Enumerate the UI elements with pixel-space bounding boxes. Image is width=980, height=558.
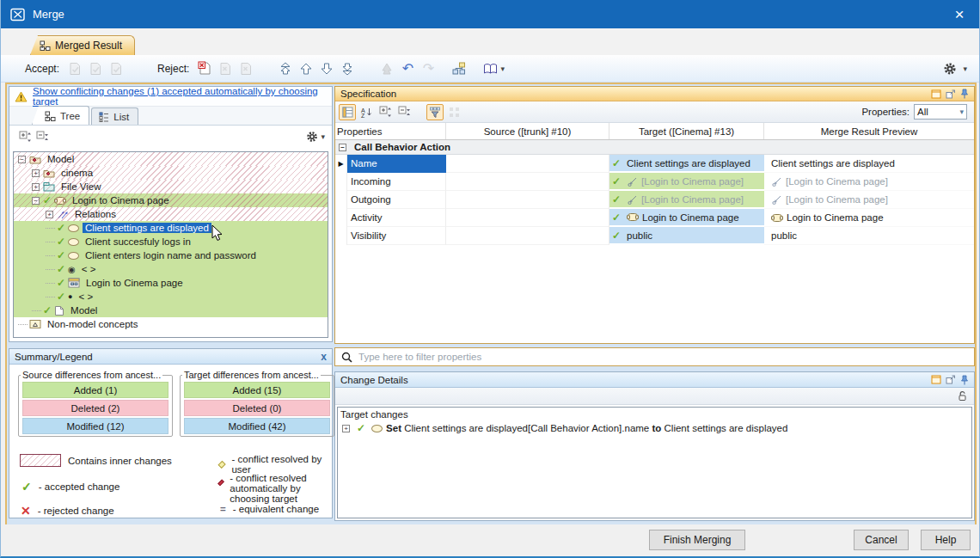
tree-item-label[interactable]: File View [58,181,103,192]
tree-item-label[interactable]: Login to Cinema page [83,278,186,288]
previous-change-button[interactable] [297,59,315,78]
property-name[interactable]: Activity [347,209,446,227]
tree-item-label[interactable]: Relations [72,209,119,219]
collapse-expander-icon[interactable]: − [18,156,26,163]
section-call-behavior-action[interactable]: − Call Behavior Action [335,140,974,155]
property-row[interactable]: Visibility ✓ public public [335,227,974,245]
pin-icon[interactable] [960,375,969,385]
tree-row[interactable]: ✓ ◉ < > [14,262,328,276]
summary-close-icon[interactable]: x [321,351,327,363]
diagram-merge-button[interactable] [450,59,469,78]
merge-options-icon[interactable] [445,104,462,120]
property-row[interactable]: Activity ✓ Login to Cinema page Login to… [335,209,974,227]
property-name[interactable]: Outgoing [347,191,446,209]
target-cell[interactable]: ✓ [Login to Cinema page] [609,191,764,209]
tree-row[interactable]: + Relations [14,207,328,221]
finish-merging-button[interactable]: Finish Merging [649,530,745,550]
tree-row[interactable]: ✓ Login to Cinema page [14,276,328,290]
col-properties[interactable]: Properties [335,123,446,139]
col-target[interactable]: Target ([Cinema] #13) [609,123,764,139]
tree-row[interactable]: ✓ Model [14,304,328,317]
help-button[interactable]: Help [921,530,971,550]
next-change-button[interactable] [317,59,336,78]
categorized-view-icon[interactable] [339,104,356,120]
tree-row[interactable]: Non-model concepts [14,317,328,331]
expand-expander-icon[interactable]: + [342,425,350,432]
target-cell[interactable]: ✓ Login to Cinema page [609,209,764,227]
accept-change-button[interactable] [65,59,84,78]
tree-item-label[interactable]: Client enters login name and password [83,250,259,261]
tree-item-label[interactable]: Model [68,305,100,316]
expand-expander-icon[interactable]: + [32,169,40,177]
preview-cell[interactable]: [Login to Cinema page] [764,173,974,191]
conflict-nav-button[interactable] [377,59,396,78]
tab-list[interactable]: List [91,107,138,125]
filter-properties-input[interactable]: Type here to filter properties [334,347,975,366]
collapse-all-icon[interactable] [395,104,413,120]
tree-item-label[interactable]: cinema [58,168,95,178]
reject-with-children-button[interactable] [216,59,235,78]
expand-all-icon[interactable] [17,129,33,144]
tree-options-dropdown-icon[interactable]: ▾ [321,132,325,141]
preview-cell[interactable]: [Login to Cinema page] [764,191,974,209]
pin-icon[interactable] [960,89,969,99]
report-dropdown-icon[interactable]: ▾ [500,64,505,73]
tree-row[interactable]: + cinema [14,166,328,180]
source-cell[interactable] [446,227,609,245]
tree-row[interactable]: ✓ ● < > [14,290,328,304]
preview-cell[interactable]: Login to Cinema page [764,209,974,227]
tree-row[interactable]: − Model [14,152,328,166]
expand-all-icon[interactable] [377,104,394,120]
tree-row[interactable]: ✓ Client enters login name and password [14,248,328,262]
target-cell[interactable]: ✓ [Login to Cinema page] [609,173,764,191]
preview-cell[interactable]: Client settings are displayed [764,155,974,173]
property-row[interactable]: Outgoing ✓ [Login to Cinema page] [Login… [335,191,974,209]
preview-cell[interactable]: public [764,227,974,245]
settings-dropdown-icon[interactable]: ▾ [963,64,967,73]
target-cell[interactable]: ✓ public [609,227,764,245]
tree-item-label[interactable]: Model [45,154,77,164]
property-row[interactable]: Incoming ✓ [Login to Cinema page] [Login… [335,173,974,191]
filter-icon[interactable] [426,104,444,120]
close-icon[interactable]: × [940,0,979,28]
tree-row-selected[interactable]: ✓ Client settings are displayed [14,221,328,235]
collapse-all-icon[interactable] [34,129,50,144]
source-cell[interactable] [446,155,609,173]
maximize-icon[interactable] [931,375,941,384]
tab-merged-result[interactable]: Merged Result [30,35,135,55]
undo-button[interactable]: ↶ [398,59,417,78]
float-icon[interactable] [946,375,956,384]
unlock-icon[interactable] [957,390,967,402]
tree-item-label[interactable]: < > [79,264,99,274]
property-name[interactable]: Name [347,155,446,173]
tree-row[interactable]: ✓ Client succesfuly logs in [14,235,328,248]
tree-item-label[interactable]: Client succesfuly logs in [83,236,193,247]
accept-all-button[interactable] [107,59,126,78]
float-icon[interactable] [946,89,956,99]
source-cell[interactable] [446,209,609,227]
expand-expander-icon[interactable]: + [46,211,53,218]
property-name[interactable]: Visibility [347,227,446,245]
settings-gear-icon[interactable] [940,59,959,78]
source-cell[interactable] [446,173,609,191]
reject-change-button[interactable] [195,59,214,78]
tab-tree[interactable]: Tree [32,106,89,125]
last-change-button[interactable] [338,59,357,78]
redo-button[interactable]: ↷ [419,59,438,78]
accept-with-children-button[interactable] [86,59,105,78]
target-cell[interactable]: ✓ Client settings are displayed [609,155,764,173]
col-source[interactable]: Source ([trunk] #10) [446,123,609,139]
sort-alphabetically-icon[interactable]: AZ [358,104,375,120]
property-name[interactable]: Incoming [347,173,446,191]
col-preview[interactable]: Merge Result Preview [764,123,974,139]
properties-filter-select[interactable]: All ▾ [914,104,967,120]
tree-item-label[interactable]: Client settings are displayed [83,223,211,233]
collapse-expander-icon[interactable]: − [32,197,40,205]
tree-item-label[interactable]: < > [77,291,96,302]
report-button[interactable] [481,59,499,78]
first-change-button[interactable] [276,59,295,78]
tree-item-label[interactable]: Login to Cinema page [70,195,172,205]
tree-options-gear-icon[interactable] [304,129,320,144]
tree-row[interactable]: + File View [14,180,328,193]
expand-expander-icon[interactable]: + [32,183,40,191]
